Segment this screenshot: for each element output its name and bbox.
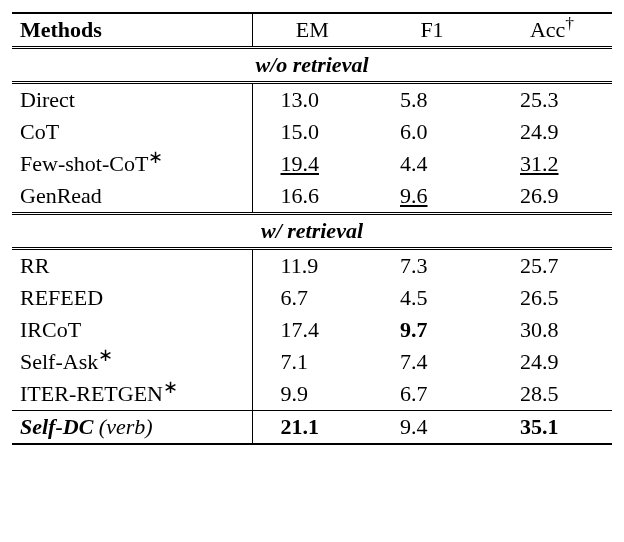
acc-value: 26.9: [520, 183, 559, 208]
em-value: 11.9: [281, 253, 319, 278]
section-wo-title-row: w/o retrieval: [12, 48, 612, 83]
method-text: GenRead: [20, 183, 102, 208]
em-value: 16.6: [281, 183, 320, 208]
em-cell: 15.0: [252, 116, 372, 148]
f1-value: 7.3: [400, 253, 428, 278]
method-name: IRCoT: [12, 314, 252, 346]
em-cell: 9.9: [252, 378, 372, 411]
method-name: REFEED: [12, 282, 252, 314]
method-text: Direct: [20, 87, 75, 112]
f1-value: 5.8: [400, 87, 428, 112]
em-cell: 17.4: [252, 314, 372, 346]
acc-cell: 28.5: [492, 378, 612, 411]
acc-cell: 35.1: [492, 411, 612, 445]
acc-cell: 26.9: [492, 180, 612, 214]
method-text: Few-shot-CoT: [20, 151, 148, 176]
acc-value: 25.3: [520, 87, 559, 112]
f1-value: 4.5: [400, 285, 428, 310]
section-w-title-row: w/ retrieval: [12, 214, 612, 249]
method-note-text: (verb): [99, 414, 153, 439]
section-w-title: w/ retrieval: [12, 214, 612, 249]
em-cell: 13.0: [252, 83, 372, 117]
em-value: 9.9: [281, 381, 309, 406]
acc-cell: 25.7: [492, 249, 612, 283]
f1-cell: 9.6: [372, 180, 492, 214]
table-row: REFEED 6.7 4.5 26.5: [12, 282, 612, 314]
method-name: Self-DC (verb): [12, 411, 252, 445]
header-row: Methods EM F1 Acc†: [12, 13, 612, 48]
star-icon: ∗: [98, 345, 113, 365]
f1-cell: 4.5: [372, 282, 492, 314]
f1-value: 7.4: [400, 349, 428, 374]
em-value: 15.0: [281, 119, 320, 144]
f1-cell: 5.8: [372, 83, 492, 117]
acc-cell: 26.5: [492, 282, 612, 314]
method-name: Self-Ask∗: [12, 346, 252, 378]
table-row: Few-shot-CoT∗ 19.4 4.4 31.2: [12, 148, 612, 180]
method-name: Direct: [12, 83, 252, 117]
table-row: GenRead 16.6 9.6 26.9: [12, 180, 612, 214]
acc-value: 35.1: [520, 414, 559, 439]
em-value: 21.1: [281, 414, 320, 439]
em-cell: 19.4: [252, 148, 372, 180]
section-wo-title: w/o retrieval: [12, 48, 612, 83]
method-name: GenRead: [12, 180, 252, 214]
table-row: Self-Ask∗ 7.1 7.4 24.9: [12, 346, 612, 378]
f1-value: 6.7: [400, 381, 428, 406]
f1-value: 4.4: [400, 151, 428, 176]
star-icon: ∗: [148, 147, 163, 167]
method-text: REFEED: [20, 285, 103, 310]
table-row: CoT 15.0 6.0 24.9: [12, 116, 612, 148]
f1-cell: 6.0: [372, 116, 492, 148]
method-text: IRCoT: [20, 317, 81, 342]
header-acc: Acc†: [492, 13, 612, 48]
header-f1: F1: [372, 13, 492, 48]
table-row: ITER-RETGEN∗ 9.9 6.7 28.5: [12, 378, 612, 411]
star-icon: ∗: [163, 377, 178, 397]
acc-value: 25.7: [520, 253, 559, 278]
f1-value: 9.7: [400, 317, 428, 342]
method-text: Self-Ask: [20, 349, 98, 374]
em-cell: 16.6: [252, 180, 372, 214]
acc-value: 24.9: [520, 119, 559, 144]
method-text: ITER-RETGEN: [20, 381, 163, 406]
f1-cell: 9.4: [372, 411, 492, 445]
dagger-icon: †: [565, 13, 574, 33]
acc-value: 30.8: [520, 317, 559, 342]
acc-cell: 30.8: [492, 314, 612, 346]
table-row: IRCoT 17.4 9.7 30.8: [12, 314, 612, 346]
acc-cell: 25.3: [492, 83, 612, 117]
em-value: 13.0: [281, 87, 320, 112]
acc-value: 31.2: [520, 151, 559, 176]
results-table: Methods EM F1 Acc† w/o retrieval Direct …: [12, 12, 612, 445]
method-main: Self-DC: [20, 414, 93, 439]
em-cell: 6.7: [252, 282, 372, 314]
em-value: 19.4: [281, 151, 320, 176]
header-acc-text: Acc: [530, 17, 565, 42]
header-em: EM: [252, 13, 372, 48]
f1-cell: 4.4: [372, 148, 492, 180]
table-row-final: Self-DC (verb) 21.1 9.4 35.1: [12, 411, 612, 445]
acc-value: 24.9: [520, 349, 559, 374]
f1-cell: 9.7: [372, 314, 492, 346]
method-name: CoT: [12, 116, 252, 148]
table-row: Direct 13.0 5.8 25.3: [12, 83, 612, 117]
em-value: 7.1: [281, 349, 309, 374]
em-cell: 11.9: [252, 249, 372, 283]
table-row: RR 11.9 7.3 25.7: [12, 249, 612, 283]
em-value: 17.4: [281, 317, 320, 342]
method-name: Few-shot-CoT∗: [12, 148, 252, 180]
f1-value: 9.6: [400, 183, 428, 208]
header-methods: Methods: [12, 13, 252, 48]
f1-value: 6.0: [400, 119, 428, 144]
em-cell: 21.1: [252, 411, 372, 445]
acc-value: 26.5: [520, 285, 559, 310]
method-text: CoT: [20, 119, 59, 144]
em-value: 6.7: [281, 285, 309, 310]
f1-cell: 7.3: [372, 249, 492, 283]
method-text: RR: [20, 253, 49, 278]
acc-cell: 24.9: [492, 116, 612, 148]
f1-value: 9.4: [400, 414, 428, 439]
acc-cell: 24.9: [492, 346, 612, 378]
acc-value: 28.5: [520, 381, 559, 406]
